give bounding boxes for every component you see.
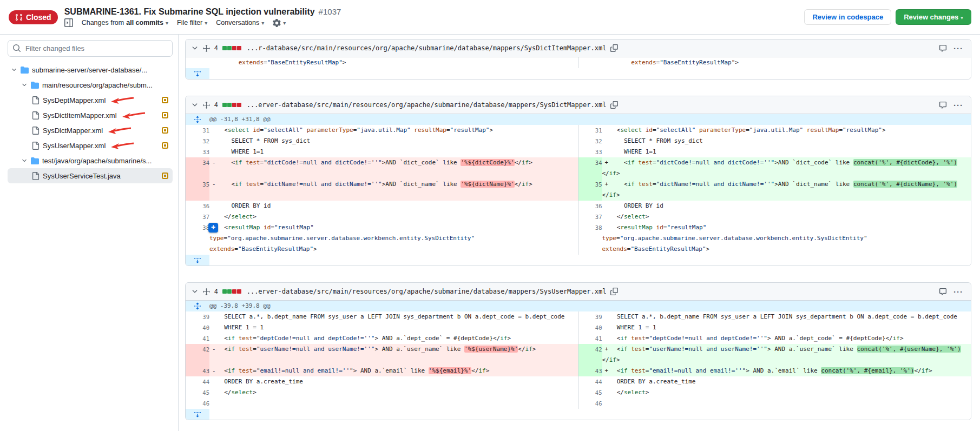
review-changes-button[interactable]: Review changes ▾ [896, 9, 971, 25]
file-comment-button[interactable] [939, 288, 947, 296]
expand-hunk-button[interactable] [186, 114, 209, 125]
changes-from-dropdown[interactable]: Changes from all commits ▾ [82, 19, 168, 26]
copy-icon [610, 101, 618, 109]
code-line: </select> [209, 387, 578, 398]
diff-row: 42- <if test="userName!=null and userNam… [186, 344, 971, 366]
diffstat-deletion-square [237, 289, 241, 294]
copy-path-button[interactable] [610, 44, 618, 52]
review-in-codespace-button[interactable]: Review in codespace [804, 9, 891, 25]
drag-handle-icon[interactable] [203, 288, 210, 295]
sidebar-toggle-button[interactable] [64, 18, 73, 27]
expand-down-button[interactable] [186, 255, 209, 266]
line-number[interactable]: 39 [578, 311, 602, 322]
line-number[interactable]: 39 [186, 311, 209, 322]
tree-folder-row[interactable]: test/java/org/apache/submarine/s... [8, 153, 173, 168]
line-number[interactable]: 45 [186, 387, 209, 398]
collapse-file-button[interactable] [191, 44, 199, 52]
chevron-down-icon[interactable] [11, 67, 17, 73]
line-number[interactable]: 31 [578, 125, 602, 136]
expand-down-button[interactable] [186, 68, 209, 79]
line-number[interactable]: 41 [186, 333, 209, 344]
tree-file-row[interactable]: SysDeptMapper.xml [8, 92, 173, 108]
line-number[interactable]: 35 [578, 179, 602, 201]
line-number[interactable]: 42 [578, 344, 602, 366]
copy-path-button[interactable] [610, 288, 618, 295]
code-line: <if test="deptCode!=null and deptCode!='… [602, 333, 971, 344]
expand-down-button[interactable] [186, 409, 209, 420]
file-comment-button[interactable] [939, 44, 947, 52]
copy-icon [610, 44, 618, 52]
diff-scroll-area[interactable]: 4 ...r-database/src/main/resources/org/a… [179, 35, 980, 431]
line-number[interactable]: 31 [186, 125, 209, 136]
diff-row: 44 ORDER BY a.create_time44 ORDER BY a.c… [186, 376, 971, 387]
line-number[interactable]: 32 [578, 136, 602, 147]
chevron-down-icon[interactable] [21, 157, 28, 164]
line-number[interactable]: 43 [186, 366, 209, 376]
chevron-down-icon[interactable] [21, 82, 28, 88]
tree-file-row[interactable]: SysUserMapper.xml [8, 138, 173, 153]
file-filter-input[interactable] [8, 40, 173, 57]
tree-file-row[interactable]: SysUserServiceTest.java [8, 168, 173, 183]
line-number[interactable]: 40 [186, 322, 209, 333]
diff-settings-button[interactable]: ▾ [273, 19, 286, 27]
line-number[interactable]: 38 [186, 222, 209, 255]
line-number[interactable]: 46 [578, 398, 602, 409]
kebab-menu-button[interactable]: ··· [951, 287, 965, 296]
hunk-header: @@ -39,8 +39,8 @@ [209, 301, 971, 311]
diff-row: 32 SELECT * FROM sys_dict32 SELECT * FRO… [186, 136, 971, 147]
line-number[interactable]: 45 [578, 387, 602, 398]
file-filter-dropdown[interactable]: File filter ▾ [177, 19, 207, 26]
copy-path-button[interactable] [610, 101, 618, 109]
chevron-down-icon [191, 101, 199, 109]
line-number[interactable]: 46 [186, 398, 209, 409]
line-number[interactable]: 32 [186, 136, 209, 147]
conversations-dropdown[interactable]: Conversations ▾ [216, 19, 264, 26]
pr-title: SUBMARINE-1361. Fix Submarine SQL inject… [64, 7, 315, 17]
line-number[interactable]: 37 [578, 211, 602, 222]
file-comment-button[interactable] [939, 101, 947, 109]
expand-hunk-button[interactable] [186, 301, 209, 311]
diff-list: 4 ...r-database/src/main/resources/org/a… [185, 39, 971, 420]
line-number[interactable]: 38 [578, 222, 602, 255]
line-number[interactable]: 34 [578, 157, 602, 179]
line-number[interactable]: 37 [186, 211, 209, 222]
diff-sign [602, 376, 610, 387]
line-number[interactable]: 36 [578, 201, 602, 211]
diff-sign [602, 322, 610, 333]
tree-file-row[interactable]: SysDictMapper.xml [8, 123, 173, 138]
tree-folder-row[interactable]: submarine-server/server-database/... [8, 62, 173, 77]
line-number[interactable]: 43 [578, 366, 602, 376]
line-number[interactable]: 34 [186, 157, 209, 179]
file-tree: submarine-server/server-database/...main… [8, 62, 173, 183]
line-number[interactable]: 36 [186, 201, 209, 211]
diff-sign: - [209, 366, 217, 376]
review-changes-label: Review changes [904, 13, 958, 21]
modified-indicator-icon [162, 173, 168, 179]
line-number[interactable]: 44 [578, 376, 602, 387]
tree-file-row[interactable]: SysDictItemMapper.xml [8, 108, 173, 123]
line-number[interactable]: 40 [578, 322, 602, 333]
code-line: SELECT a.*, b.dept_name FROM sys_user a … [602, 311, 971, 322]
file-tree-sidebar: submarine-server/server-database/...main… [0, 35, 179, 431]
pr-status-badge: Closed [9, 10, 58, 24]
line-number[interactable]: 41 [578, 333, 602, 344]
line-number[interactable]: 33 [186, 147, 209, 157]
drag-handle-icon[interactable] [203, 45, 210, 52]
modified-indicator-icon [162, 127, 168, 134]
collapse-file-button[interactable] [191, 101, 199, 109]
unfold-icon [194, 302, 201, 310]
kebab-menu-button[interactable]: ··· [951, 44, 965, 53]
tree-folder-row[interactable]: main/resources/org/apache/subm... [8, 77, 173, 92]
add-line-comment-button[interactable]: + [208, 223, 218, 233]
line-number[interactable]: 33 [578, 147, 602, 157]
line-number[interactable]: 42 [186, 344, 209, 366]
kebab-menu-button[interactable]: ··· [951, 101, 965, 110]
line-number[interactable]: 35 [186, 179, 209, 201]
line-number[interactable]: 44 [186, 376, 209, 387]
collapse-file-button[interactable] [191, 288, 199, 295]
diff-sign [209, 311, 217, 322]
line-number[interactable] [578, 57, 602, 68]
drag-handle-icon[interactable] [203, 102, 210, 109]
expander-filler [209, 255, 971, 266]
line-number[interactable] [186, 57, 209, 68]
